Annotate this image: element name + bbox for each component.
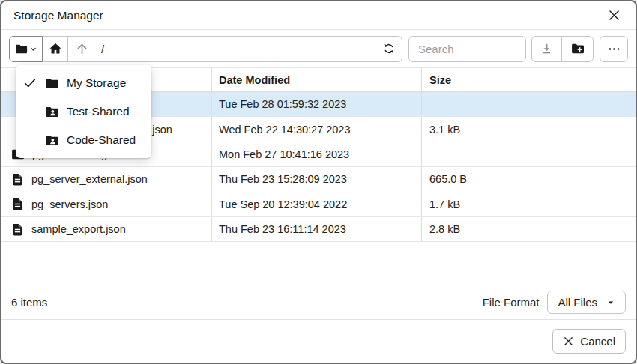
file-date: Thu Feb 23 15:28:09 2023 xyxy=(211,167,421,191)
toolbar: / xyxy=(1,30,636,67)
file-format-value: All Files xyxy=(558,296,597,309)
shared-folder-icon xyxy=(43,104,60,120)
title-bar: Storage Manager xyxy=(1,1,636,30)
menu-item-label: My Storage xyxy=(67,76,126,90)
file-name: sample_export.json xyxy=(31,223,126,235)
folder-plus-icon xyxy=(570,41,585,56)
shared-folder-icon xyxy=(43,133,60,148)
close-icon xyxy=(563,336,574,347)
menu-item-label: Code-Shared xyxy=(67,133,136,147)
items-count: 6 items xyxy=(11,296,47,309)
arrow-up-icon xyxy=(75,42,89,56)
file-size: 3.1 kB xyxy=(421,117,636,141)
menu-item-label: Test-Shared xyxy=(67,105,130,118)
file-name: pg_server_external.json xyxy=(31,173,148,185)
file-name: pg_servers.json xyxy=(31,198,108,210)
file-size: 2.8 kB xyxy=(421,217,636,241)
file-size: 1.7 kB xyxy=(421,192,636,216)
more-options-button[interactable] xyxy=(600,36,628,62)
file-date: Tue Feb 28 01:59:32 2023 xyxy=(211,92,421,116)
storage-manager-dialog: Storage Manager / xyxy=(0,0,637,364)
dialog-title: Storage Manager xyxy=(13,9,103,22)
caret-down-icon xyxy=(606,298,615,307)
check-icon xyxy=(16,76,43,90)
file-size: 665.0 B xyxy=(421,167,636,191)
home-icon xyxy=(49,42,62,55)
file-icon xyxy=(10,222,25,237)
file-action-group xyxy=(531,36,594,62)
table-row[interactable]: pg_server_external.json Thu Feb 23 15:28… xyxy=(1,167,636,192)
folder-icon xyxy=(14,42,28,56)
search-input[interactable] xyxy=(408,36,526,62)
close-icon[interactable] xyxy=(604,6,624,25)
current-path[interactable]: / xyxy=(95,43,375,55)
storage-dropdown-menu: My Storage Test-Shared Code-Shared xyxy=(16,65,151,158)
storage-select-button[interactable] xyxy=(9,36,43,62)
file-date: Mon Feb 27 10:41:16 2023 xyxy=(211,142,421,166)
create-folder-button[interactable] xyxy=(561,36,594,62)
folder-icon xyxy=(43,76,60,91)
column-header-date-modified[interactable]: Date Modified xyxy=(211,68,421,91)
file-icon xyxy=(10,172,25,186)
download-icon xyxy=(540,42,554,56)
dialog-footer: Cancel xyxy=(1,320,636,363)
file-date: Thu Feb 23 16:11:14 2023 xyxy=(211,217,421,241)
file-size xyxy=(421,92,636,116)
file-icon xyxy=(10,197,25,211)
chevron-down-icon xyxy=(29,45,37,53)
path-group: / xyxy=(9,36,402,62)
status-bar: 6 items File Format All Files xyxy=(1,285,636,320)
cancel-button[interactable]: Cancel xyxy=(552,329,626,354)
refresh-button[interactable] xyxy=(375,37,402,61)
menu-item-my-storage[interactable]: My Storage xyxy=(16,69,151,97)
file-date: Wed Feb 22 14:30:27 2023 xyxy=(211,117,421,141)
file-format-label: File Format xyxy=(483,296,540,309)
path-input[interactable]: / xyxy=(67,36,402,62)
cancel-label: Cancel xyxy=(580,335,615,348)
file-format-select[interactable]: All Files xyxy=(547,291,626,314)
up-directory-button[interactable] xyxy=(68,37,95,61)
table-row[interactable]: pg_servers.json Tue Sep 20 12:39:04 2022… xyxy=(1,192,636,217)
ellipsis-icon xyxy=(607,42,621,56)
menu-item-code-shared[interactable]: Code-Shared xyxy=(16,126,151,154)
home-button[interactable] xyxy=(42,36,68,62)
file-size xyxy=(421,142,636,166)
download-button[interactable] xyxy=(531,36,562,62)
table-row[interactable]: sample_export.json Thu Feb 23 16:11:14 2… xyxy=(1,217,636,242)
refresh-icon xyxy=(382,42,396,55)
empty-file-area xyxy=(1,242,636,285)
menu-item-test-shared[interactable]: Test-Shared xyxy=(16,97,151,126)
column-header-size[interactable]: Size xyxy=(421,68,636,91)
file-date: Tue Sep 20 12:39:04 2022 xyxy=(211,192,421,216)
